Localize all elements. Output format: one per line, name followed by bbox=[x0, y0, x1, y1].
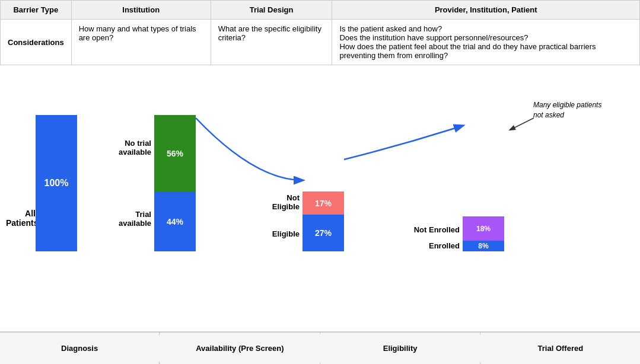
nav-diagnosis: Diagnosis bbox=[0, 333, 160, 364]
bar-not-enrolled: 18% bbox=[463, 216, 504, 241]
bar-no-trial: 56% bbox=[154, 115, 196, 191]
not-eligible-label: NotEligible bbox=[261, 193, 300, 211]
trial-design-text: What are the specific eligibility criter… bbox=[211, 20, 332, 65]
bottom-nav: Diagnosis Availability (Pre Screen) Elig… bbox=[0, 331, 640, 364]
bar-eligible: 27% bbox=[303, 215, 344, 251]
all-patients-label: AllPatients bbox=[6, 209, 36, 228]
nav-availability: Availability (Pre Screen) bbox=[160, 333, 320, 364]
nav-availability-label: Availability (Pre Screen) bbox=[196, 344, 284, 353]
col-header-institution: Institution bbox=[71, 1, 211, 20]
all-patients-pct: 100% bbox=[44, 178, 69, 189]
chart-inner: AllPatients 100% Trialavailable No trial… bbox=[0, 68, 640, 287]
nav-trial-offered-label: Trial Offered bbox=[538, 344, 584, 353]
nav-eligibility-label: Eligibility bbox=[383, 344, 418, 353]
col-header-barrier: Barrier Type bbox=[1, 1, 72, 20]
chart-section: AllPatients 100% Trialavailable No trial… bbox=[0, 68, 640, 287]
bar-not-eligible: 17% bbox=[303, 191, 344, 215]
no-trial-label: No trialavailable bbox=[101, 139, 151, 157]
bar-trial-avail: 44% bbox=[154, 191, 196, 251]
institution-text: How many and what types of trials are op… bbox=[71, 20, 211, 65]
trial-available-pct: 44% bbox=[167, 217, 183, 226]
eligible-pct: 27% bbox=[315, 228, 332, 238]
trial-available-label: Trialavailable bbox=[104, 210, 151, 228]
col-header-trial-design: Trial Design bbox=[211, 1, 332, 20]
nav-diagnosis-label: Diagnosis bbox=[61, 344, 98, 353]
barrier-table: Barrier Type Institution Trial Design Pr… bbox=[0, 0, 640, 65]
nav-trial-offered: Trial Offered bbox=[481, 333, 640, 364]
bar-enrolled: 8% bbox=[463, 241, 504, 251]
enrolled-pct: 8% bbox=[478, 242, 488, 250]
nav-eligibility: Eligibility bbox=[321, 333, 481, 364]
provider-text: Is the patient asked and how? Does the i… bbox=[332, 20, 640, 65]
not-enrolled-label: Not Enrolled bbox=[406, 225, 460, 234]
bar-all-patients: 100% bbox=[36, 115, 77, 251]
not-enrolled-pct: 18% bbox=[476, 225, 491, 233]
svg-line-0 bbox=[510, 118, 534, 130]
row-label-considerations: Considerations bbox=[1, 20, 72, 65]
no-trial-pct: 56% bbox=[167, 149, 183, 158]
not-eligible-pct: 17% bbox=[315, 199, 332, 208]
col-header-provider: Provider, Institution, Patient bbox=[332, 1, 640, 20]
enrolled-label: Enrolled bbox=[415, 241, 460, 250]
annotation-text: Many eligible patients not asked bbox=[533, 100, 610, 120]
eligible-label: Eligible bbox=[267, 229, 300, 238]
